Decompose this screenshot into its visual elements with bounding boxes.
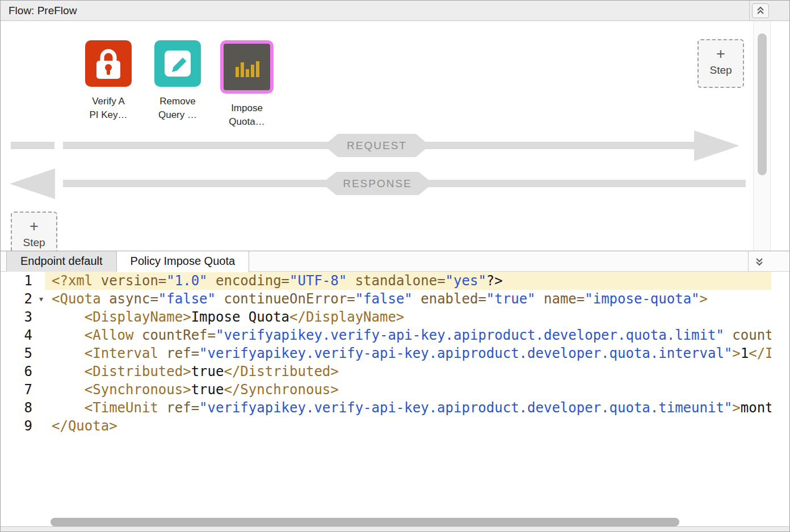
flow-title: Flow: PreFlow bbox=[9, 1, 77, 20]
code-text: <Distributed>true</Distributed> bbox=[45, 362, 771, 381]
code-text: </Quota> bbox=[45, 417, 771, 435]
request-arrow-segment bbox=[11, 142, 54, 149]
tab-bar-divider bbox=[748, 251, 749, 272]
line-number: 7 bbox=[24, 382, 32, 398]
flow-canvas: Verify A PI Key… Remove Query … bbox=[1, 21, 789, 251]
policy-icon-box[interactable] bbox=[154, 40, 201, 87]
policy-label: Remove Query … bbox=[158, 95, 197, 122]
lock-icon bbox=[86, 41, 131, 86]
line-number: 4 bbox=[24, 327, 32, 343]
code-line[interactable]: 9 </Quota> bbox=[1, 417, 771, 435]
flow-vertical-scrollbar-thumb[interactable] bbox=[758, 33, 767, 175]
request-arrowhead-icon bbox=[694, 130, 739, 161]
code-line[interactable]: 7 <Synchronous>true</Synchronous> bbox=[1, 381, 771, 399]
code-text: <Synchronous>true</Synchronous> bbox=[45, 381, 771, 399]
tab-policy-impose-quota[interactable]: Policy Impose Quota bbox=[117, 251, 250, 272]
editor-horizontal-scrollbar-thumb[interactable] bbox=[51, 518, 679, 526]
code-line[interactable]: 3 <DisplayName>Impose Quota</DisplayName… bbox=[1, 308, 771, 326]
code-text: <Interval ref="verifyapikey.verify-api-k… bbox=[45, 344, 771, 362]
code-text: <?xml version="1.0" encoding="UTF-8" sta… bbox=[45, 272, 771, 290]
line-number: 1 bbox=[24, 273, 32, 289]
pencil-icon bbox=[155, 41, 200, 86]
line-gutter: 1 bbox=[1, 272, 45, 290]
code-line[interactable]: 8 <TimeUnit ref="verifyapikey.verify-api… bbox=[1, 399, 771, 417]
policy-impose-quota[interactable]: Impose Quota… bbox=[220, 40, 274, 129]
apigee-flow-editor-window: Flow: PreFlow Veri bbox=[0, 0, 790, 532]
header-divider bbox=[749, 1, 750, 20]
code-line[interactable]: 5 <Interval ref="verifyapikey.verify-api… bbox=[1, 344, 771, 362]
line-gutter: 2 ▾ bbox=[1, 290, 45, 308]
line-number: 5 bbox=[24, 345, 32, 361]
line-number: 9 bbox=[24, 418, 32, 434]
code-editor[interactable]: 1 <?xml version="1.0" encoding="UTF-8" s… bbox=[1, 272, 771, 532]
line-gutter: 9 bbox=[1, 417, 45, 435]
policy-icon-box-selected[interactable] bbox=[220, 40, 274, 94]
code-line[interactable]: 1 <?xml version="1.0" encoding="UTF-8" s… bbox=[1, 272, 771, 290]
window-bottom-scrollbar-track[interactable] bbox=[1, 526, 789, 531]
policy-icon-box[interactable] bbox=[85, 40, 132, 87]
request-arrow-label: REQUEST bbox=[324, 134, 430, 157]
line-number: 6 bbox=[24, 364, 32, 379]
code-line[interactable]: 6 <Distributed>true</Distributed> bbox=[1, 362, 771, 381]
response-arrow-label: RESPONSE bbox=[322, 172, 433, 195]
chevron-double-down-icon bbox=[755, 257, 763, 266]
chevron-double-up-icon bbox=[757, 6, 764, 15]
line-gutter: 7 bbox=[1, 381, 45, 399]
policy-remove-query-param[interactable]: Remove Query … bbox=[150, 40, 205, 122]
plus-icon: + bbox=[699, 46, 743, 62]
code-text: <TimeUnit ref="verifyapikey.verify-api-k… bbox=[45, 399, 771, 417]
code-line[interactable]: 2 ▾ <Quota async="false" continueOnError… bbox=[1, 290, 771, 308]
policy-verify-api-key[interactable]: Verify A PI Key… bbox=[81, 40, 136, 122]
tab-endpoint-default[interactable]: Endpoint default bbox=[6, 251, 117, 272]
editor-tab-bar: Endpoint default Policy Impose Quota bbox=[1, 251, 789, 272]
response-arrowhead-icon bbox=[10, 168, 55, 199]
line-gutter: 6 bbox=[1, 362, 45, 381]
line-number: 2 bbox=[24, 291, 32, 307]
code-text: <DisplayName>Impose Quota</DisplayName> bbox=[45, 308, 771, 326]
policy-label: Verify A PI Key… bbox=[89, 95, 127, 122]
policy-list: Verify A PI Key… Remove Query … bbox=[81, 40, 274, 129]
policy-label: Impose Quota… bbox=[229, 102, 264, 129]
flow-header-bar: Flow: PreFlow bbox=[1, 1, 789, 21]
line-gutter: 5 bbox=[1, 344, 45, 362]
add-step-button-bottom-left[interactable]: + Step bbox=[11, 212, 57, 251]
collapse-editor-button[interactable] bbox=[751, 254, 768, 269]
flow-vertical-scrollbar[interactable] bbox=[753, 21, 771, 251]
code-text: <Allow countRef="verifyapikey.verify-api… bbox=[45, 326, 771, 344]
plus-icon: + bbox=[12, 218, 56, 234]
collapse-flow-button[interactable] bbox=[752, 3, 769, 18]
add-step-button-top-right[interactable]: + Step bbox=[697, 39, 744, 88]
line-number: 3 bbox=[24, 309, 32, 325]
code-line[interactable]: 4 <Allow countRef="verifyapikey.verify-a… bbox=[1, 326, 771, 344]
quota-bars-icon bbox=[224, 44, 270, 90]
fold-marker[interactable]: ▾ bbox=[39, 290, 43, 308]
line-gutter: 4 bbox=[1, 326, 45, 344]
line-gutter: 8 bbox=[1, 399, 45, 417]
code-lines: 1 <?xml version="1.0" encoding="UTF-8" s… bbox=[1, 272, 771, 435]
line-number: 8 bbox=[24, 400, 32, 416]
code-text: <Quota async="false" continueOnError="fa… bbox=[45, 290, 771, 308]
line-gutter: 3 bbox=[1, 308, 45, 326]
